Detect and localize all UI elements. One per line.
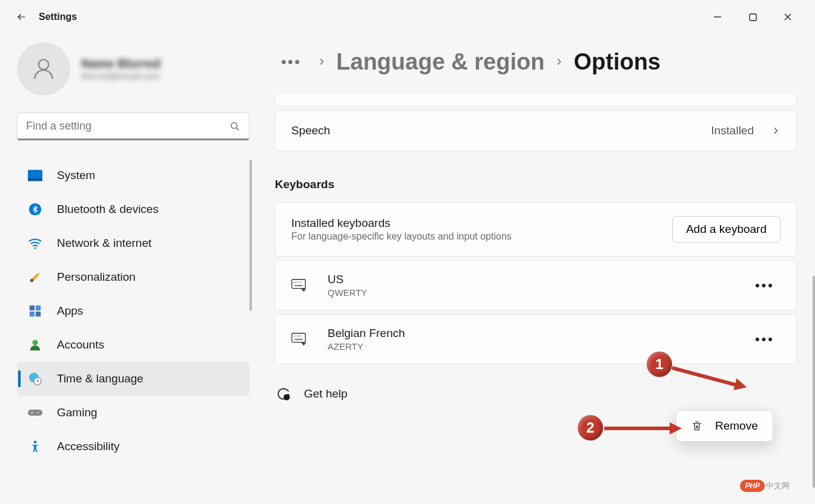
sidebar-item-bluetooth[interactable]: Bluetooth & devices	[17, 192, 249, 226]
partial-card-above	[275, 94, 797, 106]
maximize-icon	[749, 13, 757, 21]
get-help-label: Get help	[304, 387, 348, 401]
svg-point-18	[38, 412, 39, 414]
keyboard-layout: AZERTY	[328, 341, 405, 352]
remove-menu-item[interactable]: Remove	[676, 410, 773, 442]
svg-point-31	[303, 342, 305, 344]
keyboards-section-title: Keyboards	[275, 178, 797, 191]
maximize-button[interactable]	[735, 5, 770, 29]
person-icon	[30, 56, 57, 82]
svg-rect-12	[36, 312, 41, 316]
sidebar-item-apps[interactable]: Apps	[17, 294, 249, 328]
sidebar-item-personalization[interactable]: Personalization	[17, 260, 249, 294]
sidebar-item-label: Accessibility	[57, 440, 119, 453]
sidebar-item-system[interactable]: System	[17, 159, 249, 192]
sidebar-item-label: Gaming	[57, 406, 97, 419]
profile-name: Name Blurred	[81, 57, 160, 71]
profile-email: blurred@email.com	[81, 71, 160, 81]
breadcrumb-overflow[interactable]: •••	[275, 50, 307, 74]
person-icon	[28, 338, 42, 352]
svg-point-3	[231, 122, 237, 128]
wifi-icon	[28, 236, 42, 250]
app-title: Settings	[39, 11, 77, 22]
svg-point-8	[30, 279, 34, 283]
svg-rect-16	[28, 410, 42, 416]
nav-list: System Bluetooth & devices Network & int…	[17, 159, 249, 463]
svg-rect-5	[28, 178, 42, 182]
profile-text: Name Blurred blurred@email.com	[81, 57, 160, 81]
minimize-button[interactable]	[700, 5, 735, 29]
keyboard-icon	[291, 331, 308, 348]
breadcrumb-options: Options	[573, 49, 661, 75]
sidebar-item-label: System	[57, 169, 95, 182]
profile-block[interactable]: Name Blurred blurred@email.com	[17, 34, 249, 113]
search-icon	[229, 121, 240, 132]
sidebar-scrollbar[interactable]	[249, 160, 252, 311]
watermark-badge: PHP	[740, 480, 765, 492]
sidebar-item-network[interactable]: Network & internet	[17, 226, 249, 260]
svg-rect-11	[30, 312, 35, 316]
annotation-badge-2: 2	[578, 415, 603, 440]
apps-icon	[28, 304, 42, 318]
search-input[interactable]	[26, 120, 229, 133]
sidebar-item-label: Bluetooth & devices	[57, 203, 159, 216]
sidebar-item-label: Accounts	[57, 338, 104, 352]
main-scrollbar[interactable]	[813, 276, 815, 488]
breadcrumb: ••• Language & region Options	[275, 34, 797, 94]
annotation-arrowhead-2	[670, 422, 682, 434]
svg-point-7	[34, 247, 36, 249]
svg-point-19	[34, 440, 37, 443]
sidebar-item-label: Apps	[57, 304, 83, 318]
minimize-icon	[713, 13, 722, 21]
system-icon	[28, 168, 42, 183]
installed-keyboards-card: Installed keyboards For language-specifi…	[275, 202, 797, 257]
bluetooth-icon	[28, 202, 42, 217]
annotation-badge-1: 1	[647, 352, 672, 377]
search-box[interactable]	[17, 113, 249, 140]
remove-label: Remove	[715, 419, 758, 433]
brush-icon	[28, 270, 42, 284]
sidebar-item-time-language[interactable]: Time & language	[17, 362, 249, 396]
keyboard-more-button[interactable]: •••	[749, 274, 780, 297]
title-bar: Settings	[0, 0, 815, 34]
svg-rect-9	[30, 306, 35, 310]
back-button[interactable]	[10, 5, 34, 29]
close-button[interactable]	[770, 5, 805, 29]
speech-card[interactable]: Speech Installed	[275, 110, 797, 151]
keyboard-row-us: US QWERTY •••	[275, 260, 797, 310]
accessibility-icon	[28, 439, 42, 454]
avatar	[17, 42, 70, 96]
svg-point-25	[303, 289, 305, 290]
sidebar-item-label: Personalization	[57, 270, 136, 284]
speech-label: Speech	[291, 124, 330, 137]
trash-icon	[691, 419, 703, 433]
gamepad-icon	[28, 405, 42, 420]
add-keyboard-button[interactable]: Add a keyboard	[672, 216, 780, 243]
sidebar-item-gaming[interactable]: Gaming	[17, 396, 249, 430]
svg-rect-10	[36, 306, 41, 310]
chevron-right-icon	[317, 57, 326, 67]
svg-point-17	[31, 412, 33, 414]
arrow-left-icon	[16, 11, 27, 22]
chevron-right-icon	[771, 126, 780, 136]
keyboard-row-belgian-french: Belgian French AZERTY •••	[275, 314, 797, 364]
get-help-link[interactable]: ? Get help	[275, 386, 797, 402]
svg-rect-20	[292, 279, 305, 288]
sidebar-item-label: Network & internet	[57, 237, 151, 250]
watermark-text: 中文网	[766, 480, 790, 491]
svg-rect-1	[750, 14, 756, 21]
sidebar-item-accounts[interactable]: Accounts	[17, 328, 249, 362]
keyboard-name: US	[328, 273, 368, 286]
installed-keyboards-sub: For language-specific key layouts and in…	[291, 231, 512, 242]
sidebar-item-label: Time & language	[57, 372, 144, 385]
window-controls	[700, 5, 805, 29]
keyboard-layout: QWERTY	[328, 287, 368, 298]
sidebar: Name Blurred blurred@email.com System Bl…	[0, 34, 266, 504]
svg-rect-26	[292, 333, 305, 342]
chevron-right-icon	[554, 57, 564, 67]
keyboard-more-button[interactable]: •••	[749, 328, 780, 351]
sidebar-item-accessibility[interactable]: Accessibility	[17, 430, 249, 463]
help-icon: ?	[275, 386, 291, 402]
breadcrumb-language-region[interactable]: Language & region	[336, 49, 544, 75]
speech-status: Installed	[711, 124, 754, 137]
